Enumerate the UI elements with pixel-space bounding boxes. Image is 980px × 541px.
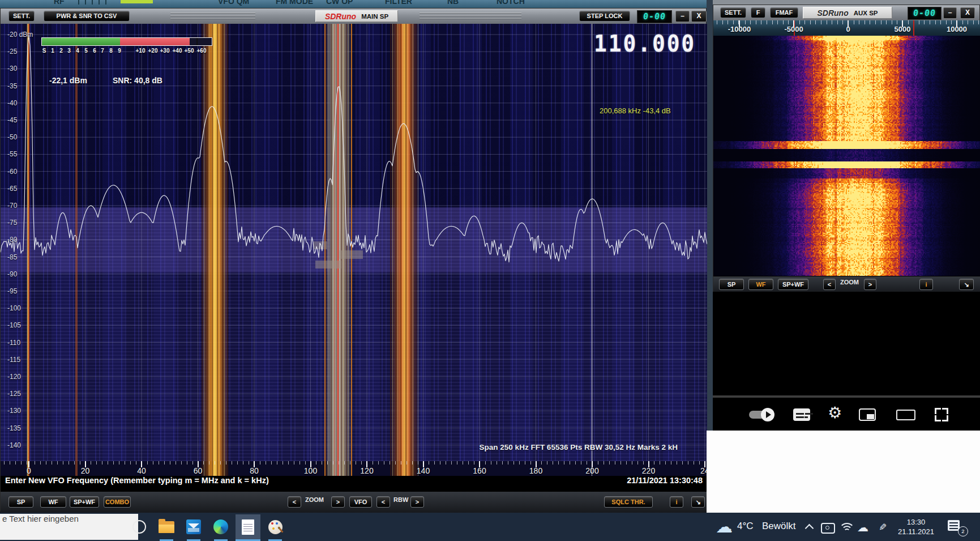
- sp-wf-button[interactable]: SP+WF: [70, 496, 99, 508]
- taskbar-search[interactable]: e Text hier eingeben: [0, 514, 138, 540]
- wifi-icon[interactable]: [840, 523, 854, 533]
- db-axis-label: -135: [7, 424, 21, 432]
- freq-axis-label: 220: [642, 466, 655, 475]
- db-axis-label: -95: [7, 287, 17, 295]
- aux-sp-button[interactable]: SP: [719, 279, 744, 290]
- s-meter-tick-label: 6: [93, 48, 96, 54]
- db-axis-label: -25: [7, 48, 17, 56]
- aux-zoom-label: ZOOM: [840, 279, 859, 290]
- weather-temperature[interactable]: 4°C: [737, 521, 754, 532]
- zoom-out-button[interactable]: <: [288, 496, 301, 508]
- aux-f-button[interactable]: F: [751, 7, 765, 18]
- combo-button[interactable]: COMBO: [104, 496, 131, 508]
- rbw-up-button[interactable]: >: [410, 496, 424, 508]
- s-meter-tick-label: 8: [109, 48, 113, 54]
- aux-zoom-out-button[interactable]: <: [823, 279, 836, 290]
- background-window-label: CW OP: [326, 0, 353, 6]
- miniplayer-icon[interactable]: [859, 408, 876, 421]
- main-statusbar: Enter New VFO Frequency (Remember typing…: [1, 476, 707, 491]
- sqlc-thr-button[interactable]: SQLC THR.: [604, 496, 653, 508]
- taskbar-item-mail[interactable]: [181, 514, 206, 539]
- info-button[interactable]: i: [670, 496, 683, 508]
- wf-button[interactable]: WF: [40, 496, 66, 508]
- background-window-label: RF: [54, 0, 65, 6]
- s-meter-tick-label: 9: [118, 48, 121, 54]
- pen-icon[interactable]: ✎: [877, 523, 888, 531]
- aux-minimize-button[interactable]: –: [943, 7, 957, 19]
- datetime-text: 21/11/2021 13:30:48: [627, 476, 703, 485]
- snr-readout: SNR: 40,8 dB: [113, 76, 162, 85]
- main-titlebar: SETT. PWR & SNR TO CSV SDRuno MAIN SP ST…: [1, 8, 706, 24]
- aux-frequency-ruler[interactable]: -10000-50000500010000: [713, 20, 980, 36]
- rbw-down-button[interactable]: <: [376, 496, 390, 508]
- clock-time: 13:30: [892, 517, 940, 527]
- main-sp-window: SETT. PWR & SNR TO CSV SDRuno MAIN SP ST…: [0, 8, 707, 512]
- fullscreen-icon[interactable]: [935, 408, 948, 421]
- background-window-label: FM MODE: [276, 0, 313, 6]
- subtitles-icon[interactable]: [793, 408, 810, 421]
- theater-mode-icon[interactable]: [896, 410, 915, 420]
- main-sett-button[interactable]: SETT.: [8, 11, 35, 22]
- step-lock-button[interactable]: STEP LOCK: [579, 11, 630, 22]
- taskbar-item-file-explorer[interactable]: [154, 514, 179, 539]
- aux-window-title: AUX SP: [854, 10, 878, 16]
- autoplay-toggle[interactable]: [749, 411, 772, 419]
- edge-icon: [213, 519, 228, 534]
- db-axis-label: -100: [7, 304, 21, 312]
- main-toolbar: SP WF SP+WF COMBO < ZOOM > VFO < RBW > S…: [1, 491, 707, 513]
- aux-zoom-in-button[interactable]: >: [864, 279, 876, 290]
- file-explorer-icon: [159, 521, 174, 533]
- freq-axis-label: 100: [304, 466, 317, 475]
- freq-axis-label: 60: [194, 466, 203, 475]
- db-axis-label: -120: [7, 373, 21, 381]
- taskbar-item-sdruno[interactable]: [236, 514, 260, 539]
- pwr-snr-to-csv-button[interactable]: PWR & SNR TO CSV: [44, 11, 130, 22]
- aux-wf-button[interactable]: WF: [748, 279, 773, 290]
- freq-axis-label: 140: [417, 466, 430, 475]
- tray-expand-chevron-icon[interactable]: [805, 524, 814, 533]
- aux-freq-axis-label: -10000: [728, 25, 751, 33]
- aux-info-button[interactable]: i: [919, 279, 933, 290]
- aux-sp-wf-button[interactable]: SP+WF: [778, 279, 808, 290]
- taskbar-item-paint[interactable]: [263, 514, 288, 539]
- taskbar-clock[interactable]: 13:30 21.11.2021: [892, 517, 940, 536]
- vfo-button[interactable]: VFO: [349, 496, 372, 508]
- vfo-frequency-display: 110.000: [594, 31, 696, 57]
- s-meter-red: [120, 38, 190, 45]
- rbw-label: RBW: [393, 496, 408, 508]
- onedrive-icon[interactable]: ☁: [857, 522, 868, 533]
- meet-now-icon[interactable]: [821, 523, 835, 534]
- main-minimize-button[interactable]: –: [675, 11, 690, 22]
- frequency-ruler[interactable]: 02040608010012014016018020022024: [1, 461, 707, 476]
- power-readout: -22,1 dBm: [49, 76, 87, 85]
- video-progress-bar[interactable]: [713, 395, 980, 398]
- weather-cloud-icon[interactable]: ☁: [716, 518, 733, 535]
- s-meter-tick-label: +10: [136, 48, 145, 54]
- aux-freq-axis-label: 5000: [895, 25, 911, 33]
- db-axis-label: -140: [7, 441, 21, 449]
- aux-sett-button[interactable]: SETT.: [720, 7, 746, 18]
- background-window-strip: RFVFO QMFM MODECW OPFILTERNBNOTCH: [0, 0, 713, 8]
- settings-gear-icon[interactable]: ⚙: [828, 405, 842, 421]
- aux-waterfall[interactable]: [713, 36, 980, 276]
- db-axis-label: -20 dBm: [7, 31, 33, 39]
- weather-condition[interactable]: Bewölkt: [762, 521, 796, 532]
- freq-axis-label: 160: [473, 466, 486, 475]
- aux-close-button[interactable]: X: [960, 7, 975, 19]
- taskbar-item-edge[interactable]: [208, 514, 233, 539]
- zoom-in-button[interactable]: >: [331, 496, 345, 508]
- resize-arrow-button[interactable]: ↘: [691, 496, 705, 508]
- taskbar-item-cortana[interactable]: [127, 514, 152, 539]
- s-meter-peak-notch: [196, 38, 198, 45]
- aux-title-plate: SDRuno AUX SP: [803, 7, 892, 19]
- aux-resize-arrow-button[interactable]: ↘: [959, 279, 974, 290]
- spectrum-display[interactable]: -20 dBm-25-30-35-40-45-50-55-60-65-70-75…: [1, 24, 707, 461]
- main-title-plate: SDRuno MAIN SP: [315, 10, 398, 22]
- main-close-button[interactable]: X: [691, 11, 707, 22]
- mail-icon: [186, 519, 201, 534]
- aux-fmaf-button[interactable]: FMAF: [770, 7, 798, 18]
- aux-freq-axis-label: -5000: [784, 25, 803, 33]
- video-player[interactable]: ⚙: [713, 292, 980, 431]
- db-axis-label: -55: [7, 150, 17, 158]
- sp-button[interactable]: SP: [8, 496, 33, 508]
